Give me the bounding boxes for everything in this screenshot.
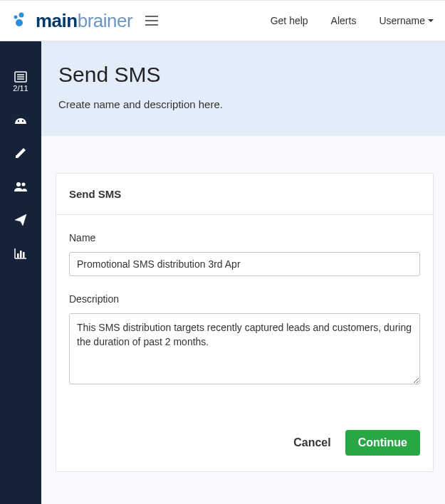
top-nav: Get help Alerts Username	[271, 15, 434, 26]
svg-rect-18	[23, 252, 25, 258]
svg-point-2	[16, 19, 23, 26]
svg-point-11	[22, 120, 23, 122]
logo-dots-icon	[11, 11, 30, 30]
username-dropdown[interactable]: Username	[379, 15, 434, 26]
svg-rect-17	[20, 251, 22, 258]
users-icon	[14, 181, 28, 192]
logo-text: mainbrainer	[36, 10, 132, 32]
sidebar-item-edit[interactable]	[14, 147, 27, 159]
logo[interactable]: mainbrainer	[11, 10, 132, 32]
page-header: Send SMS Create name and description her…	[41, 41, 445, 136]
list-icon	[14, 71, 27, 83]
menu-toggle-button[interactable]	[142, 13, 161, 28]
gauge-icon	[14, 114, 28, 125]
get-help-link[interactable]: Get help	[271, 15, 308, 26]
sidebar-item-users[interactable]	[14, 181, 28, 192]
description-label: Description	[69, 293, 420, 305]
paper-plane-icon	[14, 214, 27, 226]
top-bar: mainbrainer Get help Alerts Username	[0, 0, 445, 41]
caret-down-icon	[428, 19, 434, 23]
name-input[interactable]	[69, 252, 420, 276]
alerts-label: Alerts	[331, 15, 357, 26]
svg-point-1	[19, 13, 24, 18]
sidebar-item-dashboard[interactable]	[14, 114, 28, 125]
svg-point-10	[18, 120, 19, 122]
sidebar-item-analytics[interactable]	[14, 248, 27, 259]
name-label: Name	[69, 232, 420, 243]
svg-point-13	[22, 183, 26, 187]
svg-rect-16	[17, 253, 19, 258]
sidebar-item-send[interactable]	[14, 214, 27, 226]
main-content: Send SMS Create name and description her…	[41, 41, 445, 504]
bar-chart-icon	[14, 248, 27, 259]
svg-point-0	[14, 16, 18, 19]
hamburger-icon	[145, 16, 158, 26]
get-help-label: Get help	[271, 15, 308, 26]
card-title: Send SMS	[56, 174, 433, 215]
form-card: Send SMS Name Description This SMS distr…	[56, 173, 434, 472]
step-label: 2/11	[13, 84, 28, 93]
cancel-button[interactable]: Cancel	[290, 431, 333, 455]
sidebar: 2/11	[0, 41, 41, 504]
description-textarea[interactable]: This SMS distribution targets recently c…	[69, 313, 420, 384]
alerts-link[interactable]: Alerts	[331, 15, 357, 26]
sidebar-step-indicator[interactable]: 2/11	[13, 71, 28, 93]
page-title: Send SMS	[58, 63, 428, 87]
continue-button[interactable]: Continue	[345, 430, 420, 456]
page-subtitle: Create name and description here.	[58, 98, 428, 110]
svg-point-12	[16, 182, 21, 187]
pencil-icon	[14, 147, 27, 159]
username-label: Username	[379, 15, 425, 26]
